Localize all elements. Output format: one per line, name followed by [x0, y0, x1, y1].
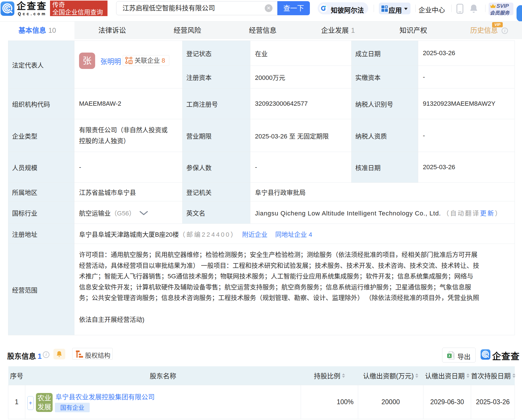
- svg-text:企: 企: [129, 60, 132, 64]
- svg-text:X: X: [448, 354, 450, 358]
